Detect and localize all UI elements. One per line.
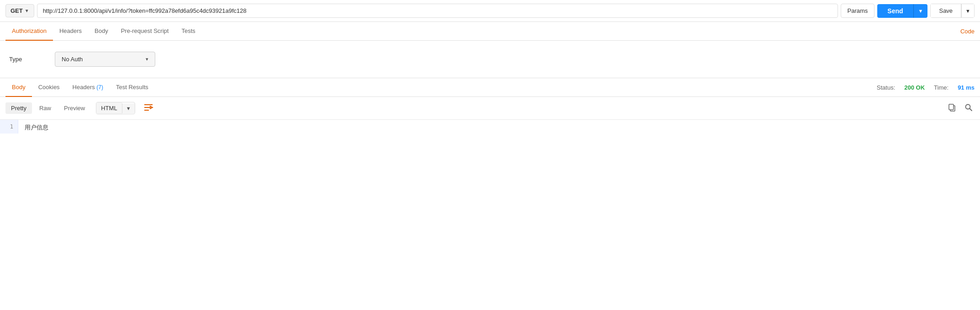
auth-row: Type No Auth ▾ (9, 52, 971, 67)
time-label: Time: (934, 84, 948, 91)
method-chevron-icon: ▼ (25, 8, 29, 13)
auth-type-select[interactable]: No Auth ▾ (55, 52, 155, 67)
auth-type-label: Type (9, 56, 46, 63)
request-tabs: Authorization Headers Body Pre-request S… (0, 22, 980, 41)
save-button-group: Save ▼ (930, 4, 975, 18)
headers-badge: (7) (96, 84, 103, 91)
method-label: GET (11, 7, 23, 14)
search-button[interactable] (963, 102, 975, 115)
tab-prerequest[interactable]: Pre-request Script (115, 22, 175, 41)
auth-chevron-icon: ▾ (146, 56, 148, 62)
response-body: 1 用户信息 (0, 120, 980, 135)
fmt-tab-raw[interactable]: Raw (34, 102, 57, 114)
params-button[interactable]: Params (841, 4, 875, 18)
status-label: Status: (877, 84, 895, 91)
send-button-group: Send ▼ (877, 4, 927, 18)
copy-icon (948, 103, 956, 112)
wrap-button[interactable] (140, 101, 157, 116)
svg-rect-4 (949, 104, 954, 110)
status-info: Status: 200 OK Time: 91 ms (877, 84, 975, 91)
format-select-label: HTML (96, 102, 121, 114)
save-button[interactable]: Save (930, 4, 961, 18)
tab-tests[interactable]: Tests (175, 22, 201, 41)
resp-tab-cookies[interactable]: Cookies (32, 78, 66, 97)
resp-tab-body[interactable]: Body (5, 78, 32, 97)
send-dropdown-button[interactable]: ▼ (913, 4, 928, 18)
method-selector[interactable]: GET ▼ (5, 4, 34, 17)
format-bar: Pretty Raw Preview HTML ▼ (0, 97, 980, 120)
url-bar: GET ▼ Params Send ▼ Save ▼ (0, 0, 980, 22)
format-select-group: HTML ▼ (96, 102, 135, 114)
search-icon (964, 103, 973, 112)
resp-tab-headers[interactable]: Headers (7) (66, 78, 110, 97)
auth-type-value: No Auth (62, 56, 83, 63)
time-value: 91 ms (958, 84, 975, 91)
url-input[interactable] (37, 4, 838, 18)
code-link[interactable]: Code (960, 22, 975, 40)
save-dropdown-button[interactable]: ▼ (961, 4, 975, 18)
wrap-icon (143, 103, 153, 112)
format-bar-right (946, 102, 975, 115)
line-number: 1 (0, 120, 18, 134)
table-row: 1 用户信息 (0, 120, 980, 135)
tab-authorization[interactable]: Authorization (5, 22, 53, 41)
fmt-tab-preview[interactable]: Preview (58, 102, 90, 114)
format-chevron-icon[interactable]: ▼ (122, 103, 135, 113)
tab-headers[interactable]: Headers (53, 22, 88, 41)
svg-line-6 (970, 108, 972, 111)
resp-tab-test-results[interactable]: Test Results (110, 78, 155, 97)
fmt-tab-pretty[interactable]: Pretty (5, 102, 32, 114)
copy-button[interactable] (946, 102, 958, 115)
send-button[interactable]: Send (877, 4, 913, 18)
auth-section: Type No Auth ▾ (0, 41, 980, 78)
line-content: 用户信息 (18, 120, 980, 135)
status-value: 200 OK (904, 84, 925, 91)
response-section: Body Cookies Headers (7) Test Results St… (0, 78, 980, 135)
response-tabs-bar: Body Cookies Headers (7) Test Results St… (0, 78, 980, 97)
tab-body[interactable]: Body (88, 22, 115, 41)
